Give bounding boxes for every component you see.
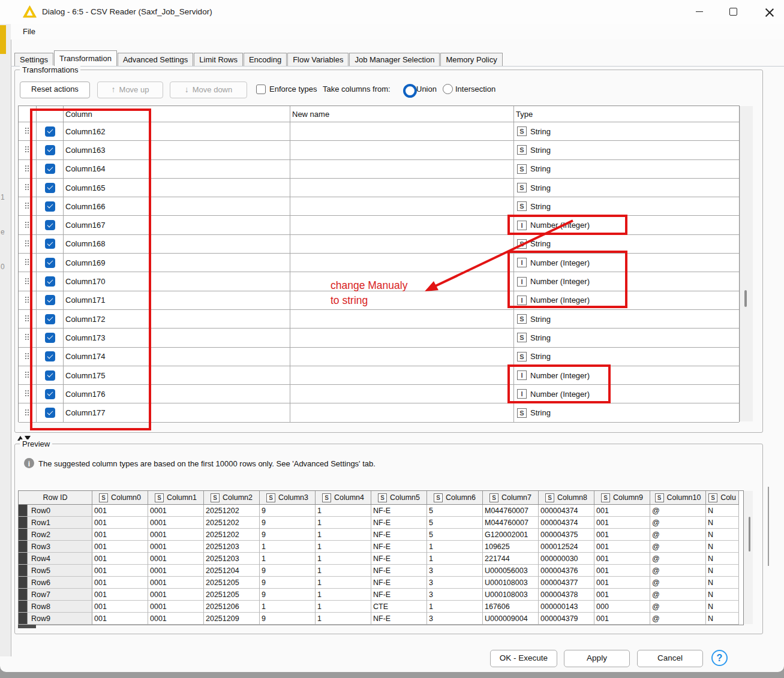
preview-column-header[interactable]: SColu bbox=[706, 491, 739, 505]
type-cell[interactable]: SString bbox=[514, 329, 739, 347]
drag-handle[interactable] bbox=[19, 160, 37, 179]
move-up-button[interactable]: ↑Move up bbox=[97, 82, 163, 98]
drag-handle[interactable] bbox=[19, 385, 37, 403]
minimize-button[interactable] bbox=[696, 11, 703, 12]
type-cell[interactable]: INumber (Integer) bbox=[514, 216, 739, 234]
type-cell[interactable]: INumber (Integer) bbox=[514, 291, 739, 310]
new-name-cell[interactable] bbox=[290, 141, 514, 159]
type-cell[interactable]: SString bbox=[514, 179, 739, 197]
tab-encoding[interactable]: Encoding bbox=[244, 53, 287, 66]
tab-job-manager-selection[interactable]: Job Manager Selection bbox=[349, 53, 440, 66]
drag-handle[interactable] bbox=[19, 366, 37, 385]
type-cell[interactable]: SString bbox=[514, 403, 739, 422]
column-include-checkbox[interactable] bbox=[37, 403, 64, 422]
tab-settings[interactable]: Settings bbox=[14, 53, 53, 66]
type-cell[interactable]: SString bbox=[514, 160, 739, 179]
column-include-checkbox[interactable] bbox=[37, 310, 64, 329]
menu-file[interactable]: File bbox=[21, 26, 37, 37]
column-include-checkbox[interactable] bbox=[37, 291, 64, 310]
column-include-checkbox[interactable] bbox=[37, 141, 64, 159]
column-include-checkbox[interactable] bbox=[37, 385, 64, 403]
type-cell[interactable]: SString bbox=[514, 310, 739, 329]
tab-memory-policy[interactable]: Memory Policy bbox=[440, 53, 502, 66]
column-include-checkbox[interactable] bbox=[37, 254, 64, 272]
splitter-control[interactable] bbox=[17, 432, 35, 438]
preview-scrollbar-thumb[interactable] bbox=[749, 517, 750, 552]
new-name-cell[interactable] bbox=[290, 329, 514, 347]
preview-column-header[interactable]: SColumn10 bbox=[650, 491, 706, 505]
column-include-checkbox[interactable] bbox=[37, 179, 64, 197]
new-name-cell[interactable] bbox=[290, 385, 514, 403]
help-button[interactable] bbox=[711, 650, 728, 666]
preview-column-header[interactable]: SColumn1 bbox=[148, 491, 204, 505]
drag-handle[interactable] bbox=[19, 197, 37, 216]
cancel-button[interactable]: Cancel bbox=[637, 650, 703, 667]
close-button[interactable] bbox=[765, 8, 774, 16]
drag-handle[interactable] bbox=[19, 329, 37, 347]
preview-column-header[interactable]: SColumn9 bbox=[594, 491, 650, 505]
tab-transformation[interactable]: Transformation bbox=[54, 50, 117, 66]
enforce-types-checkbox[interactable] bbox=[256, 85, 266, 94]
type-cell[interactable]: INumber (Integer) bbox=[514, 385, 739, 403]
drag-handle[interactable] bbox=[19, 272, 37, 291]
drag-handle[interactable] bbox=[19, 254, 37, 272]
preview-column-header[interactable]: SColumn3 bbox=[260, 491, 316, 505]
ok-execute-button[interactable]: OK - Execute bbox=[490, 650, 557, 667]
type-cell[interactable]: SString bbox=[514, 197, 739, 216]
preview-column-header[interactable]: SColumn7 bbox=[483, 491, 539, 505]
new-name-cell[interactable] bbox=[290, 122, 514, 141]
reset-actions-button[interactable]: Reset actions bbox=[20, 82, 90, 98]
tab-advanced-settings[interactable]: Advanced Settings bbox=[118, 53, 193, 66]
new-name-cell[interactable] bbox=[290, 254, 514, 272]
type-cell[interactable]: SString bbox=[514, 122, 739, 141]
drag-handle[interactable] bbox=[19, 179, 37, 197]
new-name-cell[interactable] bbox=[290, 179, 514, 197]
new-name-cell[interactable] bbox=[290, 366, 514, 385]
drag-handle[interactable] bbox=[19, 348, 37, 366]
column-include-checkbox[interactable] bbox=[37, 197, 64, 216]
preview-column-header[interactable]: SColumn4 bbox=[316, 491, 371, 505]
drag-handle[interactable] bbox=[19, 216, 37, 234]
column-include-checkbox[interactable] bbox=[37, 235, 64, 254]
drag-handle[interactable] bbox=[19, 310, 37, 329]
title-bar[interactable]: Dialog - 6:5 - CSV Reader (Saxf_Job_Serv… bbox=[0, 0, 784, 24]
new-name-cell[interactable] bbox=[290, 197, 514, 216]
drag-handle[interactable] bbox=[19, 291, 37, 310]
type-cell[interactable]: INumber (Integer) bbox=[514, 272, 739, 291]
column-include-checkbox[interactable] bbox=[37, 160, 64, 179]
preview-column-header[interactable]: SColumn0 bbox=[92, 491, 148, 505]
preview-column-header[interactable]: SColumn2 bbox=[204, 491, 260, 505]
column-include-checkbox[interactable] bbox=[37, 272, 64, 291]
preview-column-header[interactable]: SColumn6 bbox=[427, 491, 483, 505]
column-include-checkbox[interactable] bbox=[37, 348, 64, 366]
new-name-cell[interactable] bbox=[290, 235, 514, 254]
transformation-scrollbar-thumb[interactable] bbox=[744, 290, 747, 307]
type-cell[interactable]: INumber (Integer) bbox=[514, 254, 739, 272]
intersection-radio[interactable] bbox=[443, 84, 453, 94]
column-include-checkbox[interactable] bbox=[37, 122, 64, 141]
tab-limit-rows[interactable]: Limit Rows bbox=[194, 53, 243, 66]
union-radio[interactable] bbox=[403, 84, 417, 98]
preview-scrollbar-track[interactable] bbox=[744, 491, 753, 624]
drag-handle[interactable] bbox=[19, 235, 37, 254]
preview-column-header[interactable]: SColumn5 bbox=[371, 491, 427, 505]
transformation-scrollbar-track[interactable] bbox=[740, 106, 753, 421]
new-name-cell[interactable] bbox=[290, 216, 514, 234]
tab-flow-variables[interactable]: Flow Variables bbox=[287, 53, 349, 66]
column-include-checkbox[interactable] bbox=[37, 366, 64, 385]
new-name-cell[interactable] bbox=[290, 160, 514, 179]
move-down-button[interactable]: ↓Move down bbox=[170, 82, 247, 98]
preview-rowid-header[interactable]: Row ID bbox=[19, 491, 92, 505]
new-name-cell[interactable] bbox=[290, 403, 514, 422]
type-cell[interactable]: SString bbox=[514, 235, 739, 254]
new-name-cell[interactable] bbox=[290, 310, 514, 329]
preview-hscrollbar-thumb[interactable] bbox=[18, 625, 36, 628]
type-cell[interactable]: SString bbox=[514, 348, 739, 366]
drag-handle[interactable] bbox=[19, 141, 37, 159]
preview-column-header[interactable]: SColumn8 bbox=[539, 491, 594, 505]
column-include-checkbox[interactable] bbox=[37, 329, 64, 347]
drag-handle[interactable] bbox=[19, 122, 37, 141]
drag-handle[interactable] bbox=[19, 403, 37, 422]
column-include-checkbox[interactable] bbox=[37, 216, 64, 234]
type-cell[interactable]: SString bbox=[514, 141, 739, 159]
